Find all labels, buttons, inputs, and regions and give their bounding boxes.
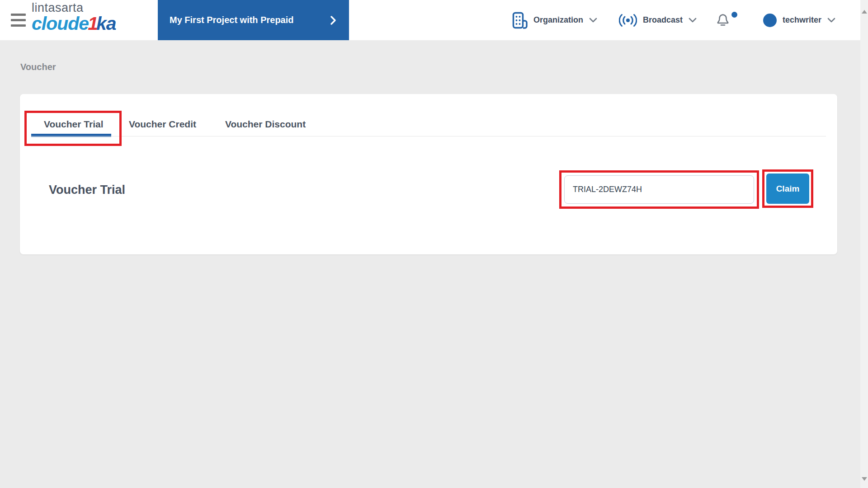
project-name: My First Project with Prepaid [158,15,330,25]
section-title: Voucher Trial [49,183,125,197]
user-name: techwriter [783,15,821,25]
user-menu[interactable]: techwriter [763,0,835,40]
chevron-right-icon [330,15,336,25]
project-switcher[interactable]: My First Project with Prepaid [158,0,349,40]
notifications-button[interactable] [716,11,739,30]
notification-unread-dot [731,12,737,18]
tab-voucher-credit[interactable]: Voucher Credit [129,119,196,130]
logo-lintasarta-text: lintasarta [32,2,116,14]
annotation-box-claim: Claim [762,169,813,208]
logo-cloudeka-text: cloude1ka [32,14,116,33]
top-bar: lintasarta cloude1ka My First Project wi… [0,0,868,40]
broadcast-icon [619,14,637,27]
broadcast-label: Broadcast [643,15,683,25]
hamburger-menu-icon[interactable] [11,14,26,27]
organization-menu[interactable]: Organization [512,0,597,40]
scroll-down-arrow-icon[interactable] [862,477,867,481]
scroll-up-arrow-icon[interactable] [862,10,867,14]
claim-button[interactable]: Claim [766,174,809,204]
broadcast-menu[interactable]: Broadcast [619,0,697,40]
vertical-scrollbar[interactable] [860,0,868,488]
voucher-card: Voucher Trial Voucher Credit Voucher Dis… [20,94,837,254]
tab-voucher-discount[interactable]: Voucher Discount [225,119,306,130]
voucher-code-input[interactable] [564,175,754,204]
chevron-down-icon [827,18,835,23]
chevron-down-icon [689,18,697,23]
annotation-box-input [559,170,759,209]
tab-voucher-trial[interactable]: Voucher Trial [44,119,104,130]
breadcrumb: Voucher [20,62,56,72]
tabs-divider [31,136,826,136]
cloudeka-logo[interactable]: lintasarta cloude1ka [32,2,116,33]
organization-label: Organization [533,15,583,25]
chevron-down-icon [589,18,597,23]
organization-building-icon [512,12,528,29]
avatar [763,14,777,27]
